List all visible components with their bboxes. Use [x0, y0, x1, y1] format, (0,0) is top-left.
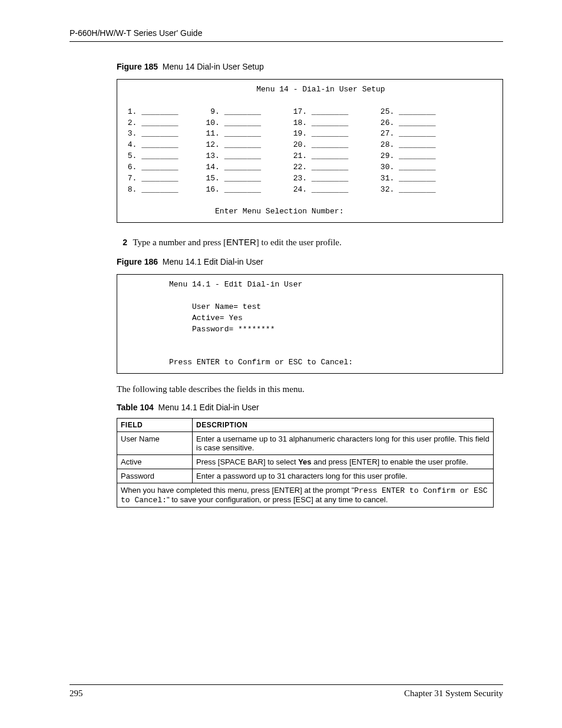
figure-185-caption: Figure 185 Menu 14 Dial-in User Setup	[117, 62, 503, 71]
cell-field: Active	[117, 454, 193, 469]
table-104-head-field: FIELD	[117, 418, 193, 431]
step-2-enter: ENTER	[226, 237, 256, 247]
figure-185-box: Menu 14 - Dial-in User Setup 1. ________…	[117, 79, 503, 223]
table-104-caption: Table 104 Menu 14.1 Edit Dial-in User	[117, 403, 503, 412]
table-intro-paragraph: The following table describes the fields…	[117, 384, 503, 394]
table-row: When you have completed this menu, press…	[117, 483, 494, 507]
chapter-title: Chapter 31 System Security	[404, 689, 503, 699]
figure-186-title: Menu 14.1 Edit Dial-in User	[163, 257, 263, 266]
table-104-title: Menu 14.1 Edit Dial-in User	[158, 403, 259, 412]
table-row: Active Press [SPACE BAR] to select Yes a…	[117, 454, 494, 469]
cell-footnote: When you have completed this menu, press…	[117, 483, 494, 507]
table-row: User Name Enter a username up to 31 alph…	[117, 431, 494, 454]
table-104-head-desc: DESCRIPTION	[193, 418, 494, 431]
cell-desc: Enter a password up to 31 characters lon…	[193, 469, 494, 483]
running-header: P-660H/HW/W-T Series User' Guide	[70, 28, 503, 42]
step-2: 2 Type a number and press [ENTER] to edi…	[117, 237, 503, 248]
figure-186-box: Menu 14.1 - Edit Dial-in User User Name=…	[117, 274, 503, 374]
figure-186-caption: Figure 186 Menu 14.1 Edit Dial-in User	[117, 257, 503, 266]
step-2-text-before: Type a number and press [	[133, 238, 226, 247]
table-104: FIELD DESCRIPTION User Name Enter a user…	[117, 418, 494, 508]
step-2-text-after: ] to edit the user profile.	[256, 238, 342, 247]
figure-185-title: Menu 14 Dial-in User Setup	[163, 62, 264, 71]
page-footer: 295 Chapter 31 System Security	[70, 684, 503, 699]
cell-field: Password	[117, 469, 193, 483]
step-2-number: 2	[117, 238, 127, 247]
page-number: 295	[70, 689, 83, 699]
table-row: Password Enter a password up to 31 chara…	[117, 469, 494, 483]
cell-field: User Name	[117, 431, 193, 454]
figure-186-label: Figure 186	[117, 257, 158, 266]
table-104-label: Table 104	[117, 403, 154, 412]
figure-185-label: Figure 185	[117, 62, 158, 71]
cell-desc: Press [SPACE BAR] to select Yes and pres…	[193, 454, 494, 469]
cell-desc: Enter a username up to 31 alphanumeric c…	[193, 431, 494, 454]
